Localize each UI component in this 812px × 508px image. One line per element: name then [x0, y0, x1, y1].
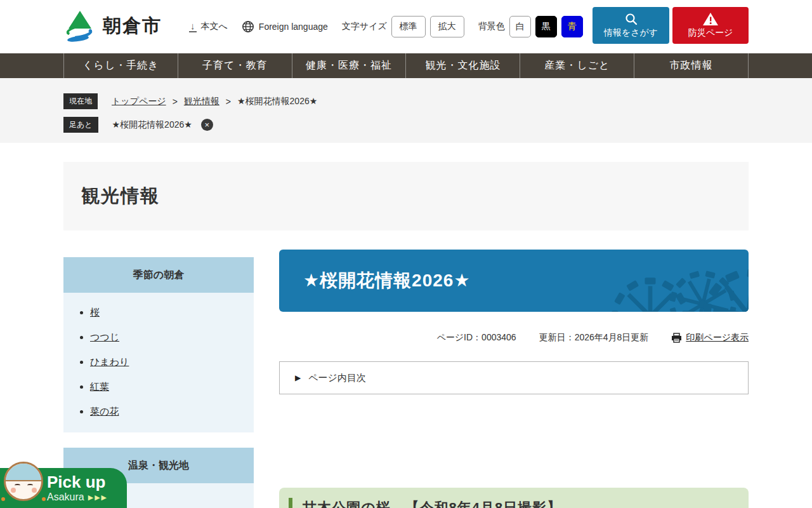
nav-item-kosodate[interactable]: 子育て・教育 [178, 53, 292, 78]
font-size-group: 文字サイズ 標準 拡大 [342, 16, 464, 37]
sidebar-item-tsutsuji[interactable]: つつじ [90, 331, 119, 342]
section-heading-text: 甘木公園の桜 【令和8年4月8日撮影】 [303, 498, 561, 508]
foreign-language-label: Foreign language [259, 22, 328, 32]
list-item: 菜の花 [90, 403, 244, 419]
pickup-asakura-badge[interactable]: Pick up Asakura ▶▶▶ [0, 468, 127, 508]
pickup-arrows-icon: ▶▶▶ [88, 491, 108, 504]
logo-blue-wave [67, 35, 89, 43]
mascot-icon [4, 462, 43, 501]
article: ★桜開花情報2026★ ページID：0003406 更新日：2026年4月8日更… [279, 250, 749, 508]
pickup-text: Pick up Asakura ▶▶▶ [47, 473, 108, 504]
list-item: 桜 [90, 304, 244, 320]
emergency-page-button[interactable]: 防災ページ [672, 7, 749, 44]
utility-nav: ↓ 本文へ Foreign language 文字サイズ 標準 拡大 背景 [189, 0, 583, 53]
nav-item-kenko[interactable]: 健康・医療・福祉 [292, 53, 406, 78]
heading-accent-bar [289, 498, 292, 508]
sidebar-seasonal-box: 季節の朝倉 桜 つつじ ひまわり 紅葉 菜の花 [63, 257, 254, 432]
bg-color-group: 背景色 白 黒 青 [478, 16, 583, 37]
bg-black-button[interactable]: 黒 [535, 16, 557, 37]
mascot-cheek [32, 488, 37, 493]
site-logo[interactable]: 朝倉市 [63, 10, 162, 43]
article-meta-row: ページID：0003406 更新日：2026年4月8日更新 印刷ページ表示 [279, 331, 749, 345]
toc-expand-icon: ▶ [295, 373, 301, 382]
toc-accordion[interactable]: ▶ ページ内目次 [279, 361, 749, 394]
font-size-standard-button[interactable]: 標準 [391, 16, 426, 37]
sidebar-seasonal-list: 桜 つつじ ひまわり 紅葉 菜の花 [63, 293, 254, 432]
mascot-bead [1, 497, 5, 501]
section-heading: 甘木公園の桜 【令和8年4月8日撮影】 [289, 498, 749, 508]
current-location-badge: 現在地 [63, 93, 98, 109]
sakura-section-panel: 甘木公園の桜 【令和8年4月8日撮影】 [279, 488, 749, 508]
sidebar-item-koyo[interactable]: 紅葉 [90, 381, 109, 392]
main-content: 観光情報 季節の朝倉 桜 つつじ ひまわり 紅葉 菜の花 温泉・観光地 [0, 162, 812, 508]
site-header: 朝倉市 ↓ 本文へ Foreign language 文字サイズ 標準 [0, 0, 812, 53]
mascot-eye [15, 484, 20, 487]
pickup-title: Pick up [47, 473, 108, 491]
page-title: 観光情報 [63, 184, 160, 209]
skip-to-content-link[interactable]: ↓ 本文へ [189, 21, 228, 32]
nav-item-kurashi[interactable]: くらし・手続き [63, 53, 178, 78]
section-title-band: 観光情報 [63, 162, 749, 231]
toc-label: ページ内目次 [308, 372, 366, 384]
mascot-cheek [11, 488, 16, 493]
nav-item-sangyo[interactable]: 産業・しごと [520, 53, 634, 78]
global-nav: くらし・手続き 子育て・教育 健康・医療・福祉 観光・文化施設 産業・しごと 市… [0, 53, 812, 78]
nav-item-kanko[interactable]: 観光・文化施設 [405, 53, 520, 78]
breadcrumb-link-top[interactable]: トップページ [112, 96, 166, 107]
warning-icon [702, 12, 719, 26]
article-title: ★桜開花情報2026★ [279, 250, 749, 312]
breadcrumb-link-kanko[interactable]: 観光情報 [184, 96, 219, 107]
sidebar-item-nanohana[interactable]: 菜の花 [90, 406, 119, 417]
bg-blue-button[interactable]: 青 [561, 16, 583, 37]
print-page-link[interactable]: 印刷ページ表示 [671, 332, 749, 344]
font-size-large-button[interactable]: 拡大 [430, 16, 464, 37]
sidebar-item-sakura[interactable]: 桜 [90, 307, 100, 318]
search-icon [624, 12, 638, 26]
search-button-label: 情報をさがす [604, 27, 658, 39]
footprint-item[interactable]: ★桜開花情報2026★ [112, 119, 192, 131]
print-link-label: 印刷ページ表示 [686, 332, 749, 344]
mascot-bead [42, 497, 46, 501]
content-wrap: 季節の朝倉 桜 つつじ ひまわり 紅葉 菜の花 温泉・観光地 [63, 250, 749, 508]
bg-white-button[interactable]: 白 [509, 16, 531, 37]
footprint-close-icon[interactable]: × [201, 119, 213, 131]
breadcrumb-current-page: ★桜開花情報2026★ [237, 96, 317, 107]
globe-icon [242, 20, 254, 33]
breadcrumb-separator: > [173, 97, 178, 107]
sidebar-item-himawari[interactable]: ひまわり [90, 356, 129, 367]
mascot-eye [27, 484, 33, 487]
site-name: 朝倉市 [103, 13, 162, 39]
down-arrow-icon: ↓ [189, 21, 197, 32]
pickup-subtitle-text: Asakura [47, 491, 84, 504]
sidebar-seasonal-title: 季節の朝倉 [63, 257, 254, 293]
printer-icon [671, 333, 682, 343]
asakura-logo-icon [63, 10, 96, 43]
pickup-subtitle: Asakura ▶▶▶ [47, 491, 108, 504]
updated-date: 更新日：2026年4月8日更新 [539, 332, 649, 344]
list-item: つつじ [90, 329, 244, 345]
bg-color-label: 背景色 [478, 21, 505, 32]
emergency-button-label: 防災ページ [688, 27, 733, 39]
breadcrumb: 現在地 トップページ > 観光情報 > ★桜開花情報2026★ [63, 93, 812, 109]
breadcrumb-separator: > [226, 97, 231, 107]
page-id: ページID：0003406 [436, 332, 516, 344]
list-item: ひまわり [90, 354, 244, 370]
footprint-row: 足あと ★桜開花情報2026★ × [63, 117, 812, 133]
footprint-badge: 足あと [63, 117, 98, 133]
foreign-language-link[interactable]: Foreign language [242, 20, 328, 33]
skip-link-label: 本文へ [201, 21, 228, 32]
search-button[interactable]: 情報をさがす [593, 7, 669, 44]
breadcrumb-area: 現在地 トップページ > 観光情報 > ★桜開花情報2026★ 足あと ★桜開花… [0, 78, 812, 143]
list-item: 紅葉 [90, 378, 244, 394]
article-title-banner: ★桜開花情報2026★ [279, 250, 749, 312]
page: 朝倉市 ↓ 本文へ Foreign language 文字サイズ 標準 [0, 0, 812, 508]
nav-item-shisei[interactable]: 市政情報 [634, 53, 749, 78]
font-size-label: 文字サイズ [342, 21, 387, 32]
